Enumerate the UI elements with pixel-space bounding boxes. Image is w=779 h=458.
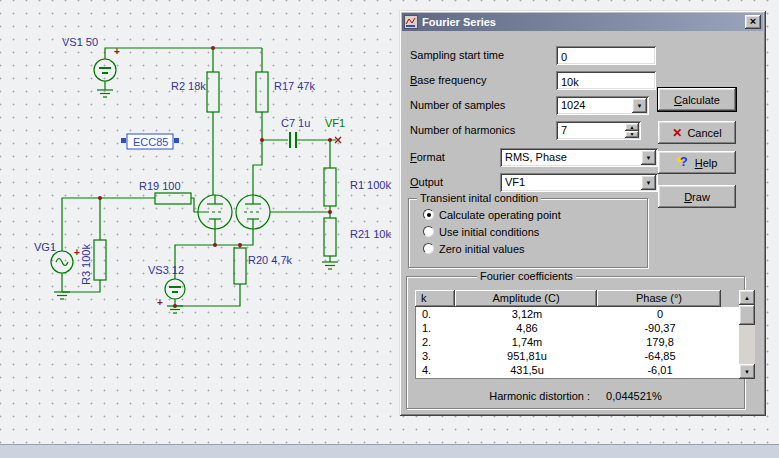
radio-label: Calculate operating point	[439, 209, 561, 221]
cell-amplitude: 951,81u	[456, 349, 598, 363]
resistor-r19[interactable]	[155, 193, 191, 204]
sampling-start-time-input[interactable]	[556, 46, 656, 65]
radio-calculate-operating-point[interactable]: Calculate operating point	[423, 208, 561, 221]
radio-button-icon[interactable]	[423, 243, 434, 254]
cancel-button[interactable]: ✕ Cancel	[658, 121, 736, 144]
resistor-r20[interactable]	[234, 248, 246, 284]
wire-cathodes[interactable]	[215, 229, 253, 245]
output-dropdown-arrow-icon[interactable]: ▼	[641, 175, 656, 190]
scrollbar-thumb[interactable]	[739, 305, 755, 325]
ground-vs1[interactable]	[97, 90, 113, 97]
label-c7[interactable]: C7 1u	[281, 117, 310, 129]
format-dropdown-arrow-icon[interactable]: ▼	[641, 150, 656, 165]
ecc85-selection[interactable]: ECC85	[121, 134, 179, 149]
dialog-titlebar[interactable]: Fourier Series ×	[402, 13, 763, 31]
scroll-down-icon[interactable]: ▼	[739, 364, 755, 379]
label-vg1[interactable]: VG1	[34, 241, 56, 253]
vs1-source[interactable]	[94, 59, 116, 81]
harmonic-distortion-value: 0,044521%	[606, 389, 662, 403]
cell-phase: -64,85	[598, 349, 722, 363]
capacitor-c7[interactable]	[290, 132, 296, 148]
table-row[interactable]: 1. 4,86 -90,37	[416, 321, 739, 335]
table-row[interactable]: 0. 3,12m 0	[416, 307, 739, 321]
table-row[interactable]: 3. 951,81u -64,85	[416, 349, 739, 363]
ground-r21[interactable]	[322, 262, 338, 269]
triode-tube-2[interactable]	[236, 195, 270, 229]
vg1-plus-icon: +	[74, 247, 80, 258]
number-of-harmonics-spinner[interactable]: 7 ▲ ▼	[556, 121, 641, 140]
cell-phase: -90,37	[598, 321, 722, 335]
coefficients-group-title: Fourier coefficients	[477, 270, 576, 282]
ground-vg1[interactable]	[54, 292, 70, 299]
label-r1[interactable]: R1 100k	[350, 179, 391, 191]
resistor-r21[interactable]	[324, 218, 336, 256]
radio-zero-initial-values[interactable]: Zero initial values	[423, 242, 525, 255]
label-r20[interactable]: R20 4,7k	[248, 254, 293, 266]
components[interactable]	[51, 59, 338, 313]
samples-dropdown-arrow-icon[interactable]: ▼	[632, 98, 647, 113]
cell-amplitude: 431,5u	[456, 363, 598, 377]
transient-condition-group: Transient inital condition Calculate ope…	[408, 198, 648, 268]
base-frequency-input[interactable]	[556, 71, 656, 90]
label-vs1[interactable]: VS1 50	[62, 36, 98, 48]
format-combo[interactable]: RMS, Phase ▼	[500, 148, 658, 167]
cell-k: 4.	[416, 363, 456, 377]
wire-top-rail[interactable]	[105, 48, 262, 59]
cell-amplitude: 4,86	[456, 321, 598, 335]
radio-button-icon[interactable]	[423, 209, 434, 220]
coefficients-table-header: k Amplitude (C) Phase (°)	[415, 290, 739, 307]
radio-button-icon[interactable]	[423, 226, 434, 237]
draw-button[interactable]: Draw	[658, 185, 736, 208]
output-combo[interactable]: VF1 ▼	[500, 173, 658, 192]
label-vs3[interactable]: VS3 12	[148, 264, 184, 276]
coefficients-table[interactable]: k Amplitude (C) Phase (°) 0. 3,12m 0 1. …	[415, 290, 739, 379]
dialog-title: Fourier Series	[422, 16, 741, 28]
vs1-battery-icon	[99, 68, 111, 73]
table-scrollbar[interactable]: ▲ ▼	[739, 290, 755, 379]
label-r17[interactable]: R17 47k	[274, 80, 315, 92]
draw-button-label: Draw	[684, 191, 710, 203]
cell-phase: 179,8	[598, 335, 722, 349]
radio-label: Zero initial values	[439, 243, 525, 255]
output-label: Output	[410, 173, 443, 192]
format-label: Format	[410, 148, 445, 167]
close-button[interactable]: ×	[745, 15, 761, 29]
label-r19[interactable]: R19 100	[139, 180, 181, 192]
scroll-up-icon[interactable]: ▲	[739, 290, 755, 305]
number-of-samples-combo[interactable]: 1024 ▼	[556, 96, 649, 115]
circuit-schematic[interactable]: VS1 50 R2 18k R17 47k C7 1u VF1 R19 100 …	[0, 0, 400, 458]
cell-k: 1.	[416, 321, 456, 335]
radio-use-initial-conditions[interactable]: Use initial conditions	[423, 225, 539, 238]
harmonics-spin-up-icon[interactable]: ▲	[625, 123, 639, 131]
label-r3[interactable]: R3 100k	[80, 244, 92, 285]
selection-handle-left[interactable]	[121, 138, 126, 143]
label-r21[interactable]: R21 10k	[350, 228, 391, 240]
number-of-samples-label: Number of samples	[410, 96, 505, 115]
radio-label: Use initial conditions	[439, 226, 539, 238]
label-ecc85[interactable]: ECC85	[133, 136, 168, 148]
resistor-r3[interactable]	[94, 240, 106, 280]
harmonic-distortion-row: Harmonic distortion : 0,044521%	[407, 389, 744, 403]
number-of-samples-value: 1024	[561, 99, 631, 111]
format-value: RMS, Phase	[505, 151, 640, 163]
selection-handle-right[interactable]	[174, 138, 179, 143]
harmonic-distortion-label: Harmonic distortion :	[489, 389, 590, 403]
label-vf1[interactable]: VF1	[325, 117, 345, 129]
coefficients-table-body: 0. 3,12m 0 1. 4,86 -90,37 2. 1,74m 179,8…	[415, 307, 739, 379]
table-row[interactable]: 4. 431,5u -6,01	[416, 363, 739, 377]
sampling-start-time-label: Sampling start time	[410, 46, 504, 65]
wire-anode2[interactable]	[253, 140, 262, 195]
cell-amplitude: 1,74m	[456, 335, 598, 349]
resistor-r2[interactable]	[207, 72, 219, 112]
harmonics-spin-down-icon[interactable]: ▼	[625, 131, 639, 139]
table-row[interactable]: 2. 1,74m 179,8	[416, 335, 739, 349]
number-of-harmonics-label: Number of harmonics	[410, 121, 515, 140]
cell-k: 3.	[416, 349, 456, 363]
resistor-r1[interactable]	[324, 168, 336, 206]
calculate-button[interactable]: Calculate	[658, 88, 736, 111]
resistor-r17[interactable]	[256, 72, 268, 112]
vs3-source[interactable]	[165, 279, 185, 299]
help-button[interactable]: ? Help	[658, 151, 736, 174]
help-question-icon: ?	[677, 156, 690, 169]
label-r2[interactable]: R2 18k	[171, 80, 206, 92]
